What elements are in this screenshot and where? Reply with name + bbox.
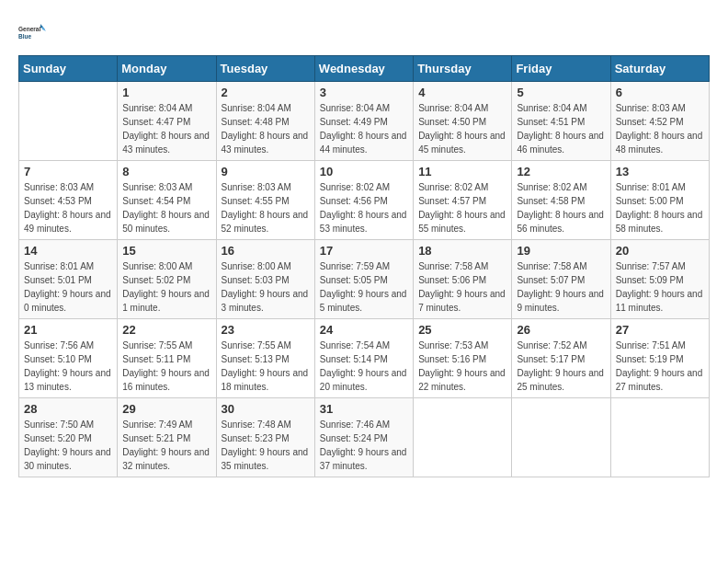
- day-info: Sunrise: 8:04 AMSunset: 4:49 PMDaylight:…: [320, 101, 408, 156]
- day-cell: 16Sunrise: 8:00 AMSunset: 5:03 PMDayligh…: [216, 240, 314, 319]
- day-info: Sunrise: 7:49 AMSunset: 5:21 PMDaylight:…: [122, 418, 210, 473]
- header-cell-sunday: Sunday: [19, 56, 118, 82]
- day-cell: 10Sunrise: 8:02 AMSunset: 4:56 PMDayligh…: [314, 161, 413, 240]
- header-cell-saturday: Saturday: [610, 56, 709, 82]
- day-cell: [19, 82, 118, 161]
- day-info: Sunrise: 8:00 AMSunset: 5:02 PMDaylight:…: [122, 259, 210, 315]
- day-cell: 20Sunrise: 7:57 AMSunset: 5:09 PMDayligh…: [610, 240, 709, 319]
- day-info: Sunrise: 8:01 AMSunset: 5:01 PMDaylight:…: [24, 259, 112, 315]
- day-cell: 8Sunrise: 8:03 AMSunset: 4:54 PMDaylight…: [118, 161, 216, 240]
- day-number: 22: [122, 323, 210, 337]
- day-info: Sunrise: 8:04 AMSunset: 4:47 PMDaylight:…: [122, 101, 210, 156]
- day-number: 7: [24, 165, 112, 178]
- day-number: 17: [320, 244, 408, 258]
- day-cell: 6Sunrise: 8:03 AMSunset: 4:52 PMDaylight…: [610, 82, 709, 161]
- day-number: 26: [517, 323, 605, 337]
- day-info: Sunrise: 8:04 AMSunset: 4:48 PMDaylight:…: [222, 101, 310, 156]
- day-number: 8: [122, 165, 210, 178]
- calendar-table: SundayMondayTuesdayWednesdayThursdayFrid…: [18, 55, 710, 477]
- day-info: Sunrise: 8:02 AMSunset: 4:58 PMDaylight:…: [517, 180, 605, 236]
- header-cell-monday: Monday: [118, 56, 216, 82]
- day-info: Sunrise: 8:02 AMSunset: 4:56 PMDaylight:…: [320, 180, 408, 236]
- day-number: 13: [616, 165, 704, 178]
- day-cell: 26Sunrise: 7:52 AMSunset: 5:17 PMDayligh…: [512, 319, 610, 398]
- day-number: 15: [122, 244, 210, 258]
- week-row-3: 21Sunrise: 7:56 AMSunset: 5:10 PMDayligh…: [19, 319, 710, 398]
- day-info: Sunrise: 8:03 AMSunset: 4:53 PMDaylight:…: [24, 180, 112, 236]
- day-info: Sunrise: 7:51 AMSunset: 5:19 PMDaylight:…: [616, 339, 704, 394]
- day-number: 3: [320, 86, 408, 99]
- day-cell: 7Sunrise: 8:03 AMSunset: 4:53 PMDaylight…: [19, 161, 118, 240]
- day-info: Sunrise: 8:03 AMSunset: 4:52 PMDaylight:…: [616, 101, 704, 156]
- day-cell: 22Sunrise: 7:55 AMSunset: 5:11 PMDayligh…: [118, 319, 216, 398]
- week-row-4: 28Sunrise: 7:50 AMSunset: 5:20 PMDayligh…: [19, 398, 710, 477]
- week-row-1: 7Sunrise: 8:03 AMSunset: 4:53 PMDaylight…: [19, 161, 710, 240]
- day-cell: 23Sunrise: 7:55 AMSunset: 5:13 PMDayligh…: [216, 319, 314, 398]
- day-number: 27: [616, 323, 704, 337]
- day-cell: 18Sunrise: 7:58 AMSunset: 5:06 PMDayligh…: [414, 240, 512, 319]
- logo: GeneralBlue: [18, 18, 46, 46]
- day-info: Sunrise: 8:03 AMSunset: 4:55 PMDaylight:…: [222, 180, 310, 236]
- day-cell: 15Sunrise: 8:00 AMSunset: 5:02 PMDayligh…: [118, 240, 216, 319]
- header-cell-wednesday: Wednesday: [314, 56, 413, 82]
- day-info: Sunrise: 7:59 AMSunset: 5:05 PMDaylight:…: [320, 259, 408, 315]
- day-info: Sunrise: 7:48 AMSunset: 5:23 PMDaylight:…: [222, 418, 310, 473]
- day-info: Sunrise: 7:52 AMSunset: 5:17 PMDaylight:…: [517, 339, 605, 394]
- day-info: Sunrise: 7:50 AMSunset: 5:20 PMDaylight:…: [24, 418, 112, 473]
- day-cell: 29Sunrise: 7:49 AMSunset: 5:21 PMDayligh…: [118, 398, 216, 477]
- day-number: 18: [418, 244, 506, 258]
- day-cell: [414, 398, 512, 477]
- day-cell: 9Sunrise: 8:03 AMSunset: 4:55 PMDaylight…: [216, 161, 314, 240]
- day-cell: [512, 398, 610, 477]
- day-cell: 25Sunrise: 7:53 AMSunset: 5:16 PMDayligh…: [414, 319, 512, 398]
- day-info: Sunrise: 7:56 AMSunset: 5:10 PMDaylight:…: [24, 339, 112, 394]
- day-cell: 30Sunrise: 7:48 AMSunset: 5:23 PMDayligh…: [216, 398, 314, 477]
- day-info: Sunrise: 8:04 AMSunset: 4:50 PMDaylight:…: [418, 101, 506, 156]
- day-number: 1: [122, 86, 210, 99]
- day-cell: 21Sunrise: 7:56 AMSunset: 5:10 PMDayligh…: [19, 319, 118, 398]
- header-row: SundayMondayTuesdayWednesdayThursdayFrid…: [19, 56, 710, 82]
- day-number: 9: [222, 165, 310, 178]
- day-cell: 27Sunrise: 7:51 AMSunset: 5:19 PMDayligh…: [610, 319, 709, 398]
- day-number: 16: [222, 244, 310, 258]
- day-info: Sunrise: 8:02 AMSunset: 4:57 PMDaylight:…: [418, 180, 506, 236]
- day-number: 5: [517, 86, 605, 99]
- day-number: 2: [222, 86, 310, 99]
- day-number: 10: [320, 165, 408, 178]
- svg-text:Blue: Blue: [18, 33, 31, 40]
- day-number: 20: [616, 244, 704, 258]
- day-number: 29: [122, 402, 210, 416]
- week-row-0: 1Sunrise: 8:04 AMSunset: 4:47 PMDaylight…: [19, 82, 710, 161]
- day-cell: 17Sunrise: 7:59 AMSunset: 5:05 PMDayligh…: [314, 240, 413, 319]
- day-info: Sunrise: 7:54 AMSunset: 5:14 PMDaylight:…: [320, 339, 408, 394]
- day-info: Sunrise: 8:04 AMSunset: 4:51 PMDaylight:…: [517, 101, 605, 156]
- day-cell: 4Sunrise: 8:04 AMSunset: 4:50 PMDaylight…: [414, 82, 512, 161]
- day-cell: [610, 398, 709, 477]
- day-info: Sunrise: 7:46 AMSunset: 5:24 PMDaylight:…: [320, 418, 408, 473]
- day-info: Sunrise: 7:53 AMSunset: 5:16 PMDaylight:…: [418, 339, 506, 394]
- day-info: Sunrise: 7:55 AMSunset: 5:11 PMDaylight:…: [122, 339, 210, 394]
- header-cell-thursday: Thursday: [414, 56, 512, 82]
- day-cell: 14Sunrise: 8:01 AMSunset: 5:01 PMDayligh…: [19, 240, 118, 319]
- header-cell-friday: Friday: [512, 56, 610, 82]
- day-info: Sunrise: 7:57 AMSunset: 5:09 PMDaylight:…: [616, 259, 704, 315]
- day-info: Sunrise: 8:00 AMSunset: 5:03 PMDaylight:…: [222, 259, 310, 315]
- day-cell: 11Sunrise: 8:02 AMSunset: 4:57 PMDayligh…: [414, 161, 512, 240]
- day-info: Sunrise: 8:03 AMSunset: 4:54 PMDaylight:…: [122, 180, 210, 236]
- week-row-2: 14Sunrise: 8:01 AMSunset: 5:01 PMDayligh…: [19, 240, 710, 319]
- day-number: 19: [517, 244, 605, 258]
- day-number: 28: [24, 402, 112, 416]
- svg-marker-3: [42, 26, 46, 31]
- day-cell: 31Sunrise: 7:46 AMSunset: 5:24 PMDayligh…: [314, 398, 413, 477]
- day-number: 31: [320, 402, 408, 416]
- day-cell: 3Sunrise: 8:04 AMSunset: 4:49 PMDaylight…: [314, 82, 413, 161]
- day-info: Sunrise: 7:58 AMSunset: 5:06 PMDaylight:…: [418, 259, 506, 315]
- day-number: 11: [418, 165, 506, 178]
- day-number: 14: [24, 244, 112, 258]
- day-cell: 1Sunrise: 8:04 AMSunset: 4:47 PMDaylight…: [118, 82, 216, 161]
- day-cell: 5Sunrise: 8:04 AMSunset: 4:51 PMDaylight…: [512, 82, 610, 161]
- day-number: 24: [320, 323, 408, 337]
- day-info: Sunrise: 7:55 AMSunset: 5:13 PMDaylight:…: [222, 339, 310, 394]
- page-header: GeneralBlue: [18, 18, 710, 46]
- day-number: 12: [517, 165, 605, 178]
